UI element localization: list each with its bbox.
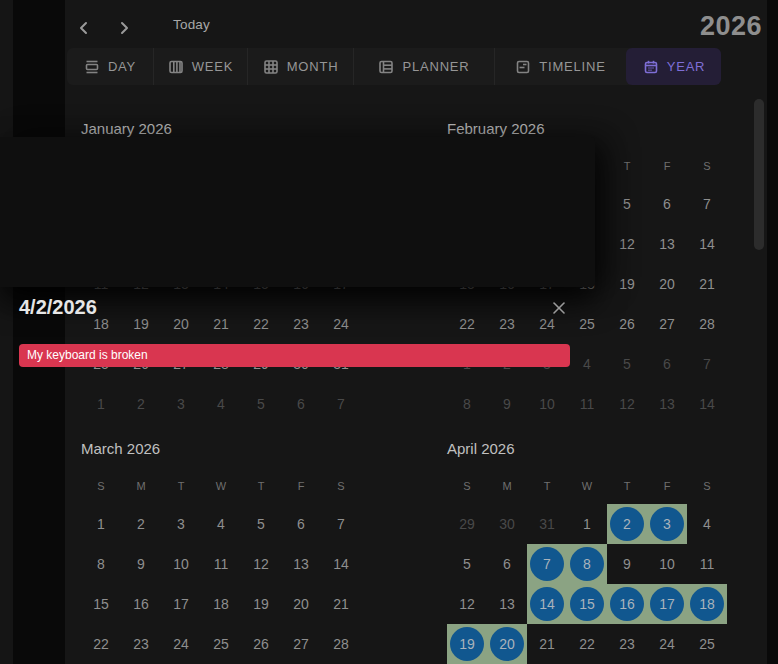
day-cell[interactable]: 5 — [447, 544, 487, 584]
day-cell[interactable]: 21 — [527, 624, 567, 664]
day-cell[interactable]: 5 — [607, 184, 647, 224]
day-cell[interactable]: 27 — [281, 624, 321, 664]
day-cell[interactable]: 19 — [241, 584, 281, 624]
day-cell[interactable]: 11 — [567, 384, 607, 424]
day-cell[interactable]: 4 — [201, 504, 241, 544]
day-cell[interactable]: 15 — [81, 584, 121, 624]
day-cell[interactable]: 30 — [487, 504, 527, 544]
day-cell[interactable]: 2 — [607, 504, 647, 544]
day-cell[interactable]: 22 — [567, 624, 607, 664]
day-cell[interactable]: 7 — [527, 544, 567, 584]
day-cell[interactable]: 16 — [607, 584, 647, 624]
day-cell[interactable]: 4 — [687, 504, 727, 544]
day-cell[interactable]: 24 — [647, 624, 687, 664]
tab-day[interactable]: DAY — [67, 48, 153, 85]
day-cell[interactable]: 7 — [321, 384, 361, 424]
day-cell[interactable]: 25 — [201, 624, 241, 664]
day-cell[interactable]: 12 — [447, 584, 487, 624]
day-cell[interactable]: 21 — [201, 304, 241, 344]
day-cell[interactable]: 7 — [687, 344, 727, 384]
day-cell[interactable]: 4 — [201, 384, 241, 424]
tab-timeline[interactable]: TIMELINE — [494, 48, 626, 85]
day-cell[interactable]: 18 — [201, 584, 241, 624]
day-cell[interactable]: 10 — [527, 384, 567, 424]
day-cell[interactable]: 7 — [687, 184, 727, 224]
day-cell[interactable]: 10 — [161, 544, 201, 584]
day-cell[interactable]: 6 — [281, 384, 321, 424]
day-cell[interactable]: 15 — [567, 584, 607, 624]
prev-year-button[interactable] — [71, 15, 97, 41]
day-cell[interactable]: 7 — [321, 504, 361, 544]
day-cell[interactable]: 22 — [447, 304, 487, 344]
day-cell[interactable]: 29 — [447, 504, 487, 544]
day-cell[interactable]: 1 — [567, 504, 607, 544]
day-cell[interactable]: 28 — [687, 304, 727, 344]
day-cell[interactable]: 28 — [321, 624, 361, 664]
day-cell[interactable]: 13 — [647, 224, 687, 264]
day-cell[interactable]: 8 — [567, 544, 607, 584]
day-cell[interactable]: 26 — [607, 304, 647, 344]
day-cell[interactable]: 16 — [121, 584, 161, 624]
day-cell[interactable]: 11 — [201, 544, 241, 584]
day-cell[interactable]: 5 — [607, 344, 647, 384]
day-cell[interactable]: 11 — [687, 544, 727, 584]
day-cell[interactable]: 24 — [161, 624, 201, 664]
tab-month[interactable]: MONTH — [247, 48, 353, 85]
day-cell[interactable]: 13 — [647, 384, 687, 424]
day-cell[interactable]: 17 — [161, 584, 201, 624]
day-cell[interactable]: 20 — [281, 584, 321, 624]
day-cell[interactable]: 23 — [121, 624, 161, 664]
day-cell[interactable]: 27 — [647, 304, 687, 344]
next-year-button[interactable] — [111, 15, 137, 41]
day-cell[interactable]: 19 — [447, 624, 487, 664]
day-cell[interactable]: 14 — [687, 224, 727, 264]
day-cell[interactable]: 9 — [607, 544, 647, 584]
day-cell[interactable]: 20 — [161, 304, 201, 344]
day-cell[interactable]: 14 — [687, 384, 727, 424]
day-cell[interactable]: 12 — [607, 224, 647, 264]
day-cell[interactable]: 6 — [281, 504, 321, 544]
tab-week[interactable]: WEEK — [153, 48, 247, 85]
day-cell[interactable]: 14 — [527, 584, 567, 624]
day-cell[interactable]: 23 — [607, 624, 647, 664]
vertical-scrollbar-thumb[interactable] — [754, 99, 764, 250]
day-cell[interactable]: 12 — [607, 384, 647, 424]
day-cell[interactable]: 23 — [487, 304, 527, 344]
day-cell[interactable]: 20 — [647, 264, 687, 304]
day-cell[interactable]: 18 — [687, 584, 727, 624]
day-cell[interactable]: 5 — [241, 504, 281, 544]
day-cell[interactable]: 12 — [241, 544, 281, 584]
day-cell[interactable]: 6 — [487, 544, 527, 584]
day-cell[interactable]: 8 — [447, 384, 487, 424]
day-cell[interactable]: 2 — [121, 504, 161, 544]
day-cell[interactable]: 21 — [687, 264, 727, 304]
day-cell[interactable]: 10 — [647, 544, 687, 584]
day-cell[interactable]: 14 — [321, 544, 361, 584]
day-cell[interactable]: 2 — [121, 384, 161, 424]
tab-planner[interactable]: PLANNER — [353, 48, 494, 85]
day-cell[interactable]: 22 — [241, 304, 281, 344]
tab-year[interactable]: YEAR — [626, 48, 721, 85]
day-cell[interactable]: 5 — [241, 384, 281, 424]
day-cell[interactable]: 17 — [647, 584, 687, 624]
day-cell[interactable]: 6 — [647, 344, 687, 384]
day-cell[interactable]: 22 — [81, 624, 121, 664]
day-cell[interactable]: 1 — [81, 504, 121, 544]
day-cell[interactable]: 8 — [81, 544, 121, 584]
event-item[interactable]: My keyboard is broken — [19, 344, 570, 367]
day-cell[interactable]: 24 — [321, 304, 361, 344]
day-cell[interactable]: 3 — [647, 504, 687, 544]
day-cell[interactable]: 9 — [487, 384, 527, 424]
today-button[interactable]: Today — [173, 17, 210, 32]
day-cell[interactable]: 6 — [647, 184, 687, 224]
day-cell[interactable]: 19 — [121, 304, 161, 344]
day-cell[interactable]: 20 — [487, 624, 527, 664]
day-cell[interactable]: 9 — [121, 544, 161, 584]
day-cell[interactable]: 21 — [321, 584, 361, 624]
day-cell[interactable]: 31 — [527, 504, 567, 544]
day-cell[interactable]: 13 — [487, 584, 527, 624]
day-cell[interactable]: 4 — [567, 344, 607, 384]
day-cell[interactable]: 19 — [607, 264, 647, 304]
day-cell[interactable]: 13 — [281, 544, 321, 584]
day-cell[interactable]: 26 — [241, 624, 281, 664]
